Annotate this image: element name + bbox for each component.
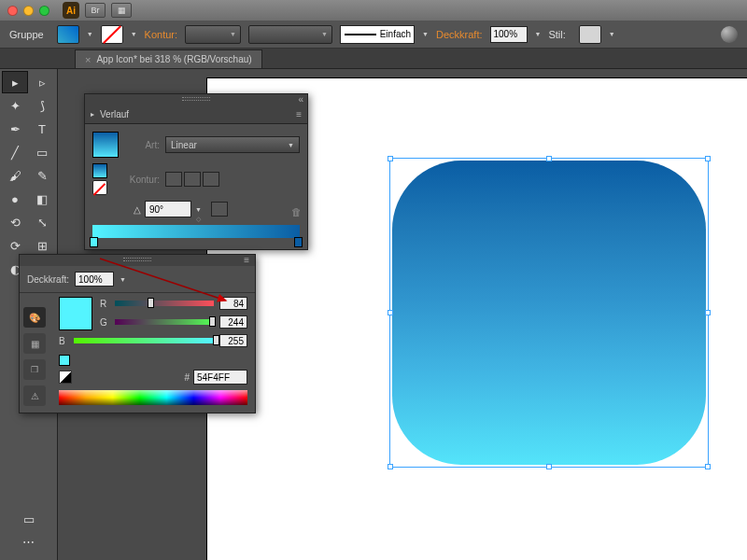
pen-tool[interactable]: ✒ xyxy=(2,118,28,140)
type-tool[interactable]: T xyxy=(29,118,55,140)
aspect-ratio-btn[interactable] xyxy=(211,202,228,217)
r-value[interactable]: 84 xyxy=(219,297,247,310)
color-opacity-value[interactable]: 100% xyxy=(75,272,114,287)
window-zoom[interactable] xyxy=(39,6,49,16)
blob-brush-tool[interactable]: ● xyxy=(2,188,28,210)
selection-tool[interactable]: ▸ xyxy=(2,71,28,93)
pencil-tool[interactable]: ✎ xyxy=(29,164,55,187)
paintbrush-tool[interactable]: 🖌 xyxy=(2,164,28,187)
cube-icon[interactable]: ❒ xyxy=(23,359,46,380)
b-slider[interactable]: B 255 xyxy=(59,334,247,347)
stroke-swatch[interactable] xyxy=(101,25,123,44)
slider-thumb[interactable] xyxy=(213,335,219,345)
resize-handle[interactable] xyxy=(546,156,552,161)
gradient-angle-input[interactable]: 90° xyxy=(145,201,191,217)
resize-handle[interactable] xyxy=(388,310,393,315)
warning-icon[interactable]: ⚠ xyxy=(23,385,46,406)
eraser-tool[interactable]: ◧ xyxy=(29,188,55,210)
fill-dropdown-arrow[interactable]: ▼ xyxy=(87,31,93,37)
stroke-profile-arrow[interactable]: ▼ xyxy=(422,31,429,37)
stroke-weight-select[interactable]: ▼ xyxy=(185,25,241,44)
r-slider[interactable]: R 84 xyxy=(100,297,247,310)
bridge-button[interactable]: Br xyxy=(85,3,106,18)
gradient-ramp[interactable]: ◇ 🗑 xyxy=(92,225,300,238)
gradient-type-label: Art: xyxy=(124,140,160,150)
gradient-type-select[interactable]: Linear▼ xyxy=(165,136,300,153)
window-close[interactable] xyxy=(7,6,18,16)
resize-handle[interactable] xyxy=(705,156,711,161)
panel-grip[interactable]: « xyxy=(85,94,307,105)
fill-swatch[interactable] xyxy=(57,25,79,44)
delete-stop-icon[interactable]: 🗑 xyxy=(291,206,302,217)
control-bar: Gruppe ▼ ▼ Kontur: ▼ ▼ Einfach ▼ Deckkra… xyxy=(0,21,747,49)
screen-mode[interactable]: ▭ xyxy=(4,510,53,528)
hex-hash: # xyxy=(184,372,190,383)
color-guide-btn[interactable]: ▦ xyxy=(23,333,46,354)
gradient-panel[interactable]: « ▸ Verlauf ≡ Art: Linear▼ Kontur: xyxy=(84,93,308,250)
window-minimize[interactable] xyxy=(23,6,34,16)
scale-tool[interactable]: ⤡ xyxy=(29,211,55,233)
stroke-align-btn[interactable] xyxy=(184,172,201,187)
angle-icon: △ xyxy=(134,204,141,215)
color-panel[interactable]: ≡ Deckkraft: 100% ▼ 🎨 ▦ ❒ ⚠ R 84 G 244 xyxy=(19,254,256,413)
document-tab[interactable]: × App Icon* bei 318 % (RGB/Vorschau) xyxy=(75,49,262,68)
brush-select[interactable]: ▼ xyxy=(248,25,332,44)
panel-menu-icon[interactable]: ≡ xyxy=(244,255,249,265)
app-icon: Ai xyxy=(63,2,79,19)
color-opacity-label: Deckkraft: xyxy=(27,274,69,285)
opacity-value[interactable]: 100% xyxy=(490,26,528,43)
gradient-stop-left[interactable] xyxy=(90,237,98,247)
opacity-arrow[interactable]: ▼ xyxy=(535,31,542,37)
color-mode-btn[interactable]: 🎨 xyxy=(23,307,46,328)
gamut-swatch[interactable] xyxy=(59,355,70,366)
panel-menu-icon[interactable]: ≡ xyxy=(296,109,302,119)
rectangle-tool[interactable]: ▭ xyxy=(29,141,55,163)
resize-handle[interactable] xyxy=(388,464,393,469)
r-label: R xyxy=(100,299,109,309)
current-color-swatch[interactable] xyxy=(59,297,92,330)
gradient-preview-swatch[interactable] xyxy=(92,132,119,158)
document-setup-icon[interactable] xyxy=(721,26,738,43)
angle-dropdown-arrow[interactable]: ▼ xyxy=(195,206,202,213)
stroke-profile[interactable]: Einfach xyxy=(340,25,415,44)
g-value[interactable]: 244 xyxy=(219,315,247,329)
graphic-style-swatch[interactable] xyxy=(579,25,601,44)
b-value[interactable]: 255 xyxy=(219,334,247,347)
edit-toggle[interactable]: ⋯ xyxy=(4,532,53,551)
close-tab-icon[interactable]: × xyxy=(85,54,91,65)
style-arrow[interactable]: ▼ xyxy=(609,31,615,37)
layout-toggle[interactable]: ▦ xyxy=(111,3,132,18)
resize-handle[interactable] xyxy=(705,310,711,315)
gradient-stop-right[interactable] xyxy=(294,237,303,247)
none-swatch[interactable] xyxy=(59,371,72,384)
rotate-tool[interactable]: ⟲ xyxy=(2,211,28,233)
direct-selection-tool[interactable]: ▹ xyxy=(29,71,55,93)
panel-grip[interactable]: ≡ xyxy=(20,255,255,266)
hex-input[interactable]: 54F4FF xyxy=(193,370,247,385)
stroke-dropdown-arrow[interactable]: ▼ xyxy=(131,31,137,37)
b-label: B xyxy=(59,336,68,346)
panel-title-bar[interactable]: ▸ Verlauf ≡ xyxy=(85,105,307,124)
g-slider[interactable]: G 244 xyxy=(100,315,247,329)
stroke-align-btn[interactable] xyxy=(165,172,182,187)
gradient-kontur-label: Kontur: xyxy=(124,175,160,185)
resize-handle[interactable] xyxy=(705,464,711,469)
magic-wand-tool[interactable]: ✦ xyxy=(2,94,28,117)
slider-thumb[interactable] xyxy=(148,298,154,308)
panel-collapse-icon[interactable]: « xyxy=(298,94,303,105)
slider-thumb[interactable] xyxy=(209,316,216,327)
opacity-dropdown-arrow[interactable]: ▼ xyxy=(120,276,126,283)
gradient-panel-title: Verlauf xyxy=(100,109,129,119)
lasso-tool[interactable]: ⟆ xyxy=(29,94,55,117)
g-label: G xyxy=(100,317,109,328)
opacity-label: Deckkraft: xyxy=(436,29,483,40)
color-spectrum[interactable] xyxy=(59,390,247,405)
line-tool[interactable]: ╱ xyxy=(2,141,28,163)
stroke-align-btn[interactable] xyxy=(203,172,219,187)
gradient-stroke-swatch[interactable] xyxy=(92,180,107,195)
selection-type-label: Gruppe xyxy=(9,29,44,40)
resize-handle[interactable] xyxy=(546,464,552,469)
midpoint-diamond-icon[interactable]: ◇ xyxy=(196,216,201,223)
resize-handle[interactable] xyxy=(388,156,393,161)
gradient-fill-swatch[interactable] xyxy=(92,163,107,178)
